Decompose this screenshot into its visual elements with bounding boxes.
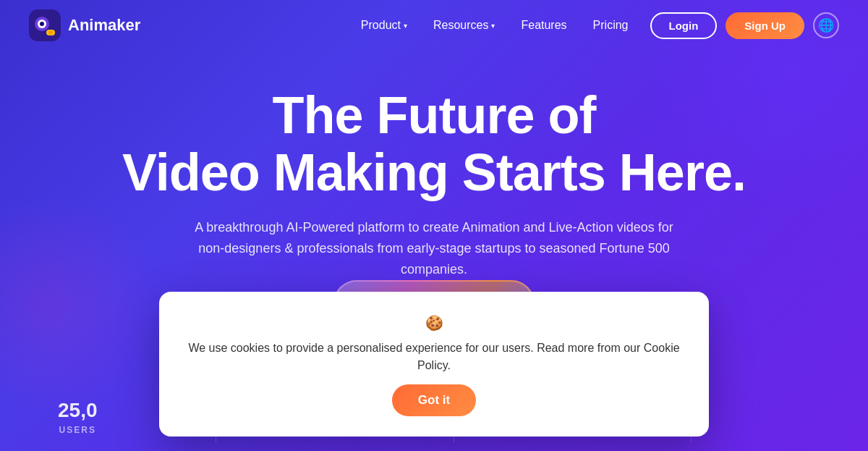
- cookie-overlay: 🍪 We use cookies to provide a personalis…: [0, 0, 868, 451]
- got-it-button[interactable]: Got it: [392, 384, 476, 416]
- cookie-icon: 🍪: [425, 312, 443, 334]
- cookie-text: 🍪 We use cookies to provide a personalis…: [188, 312, 680, 374]
- cookie-message: We use cookies to provide a personalised…: [188, 340, 680, 374]
- cookie-banner: 🍪 We use cookies to provide a personalis…: [159, 292, 709, 437]
